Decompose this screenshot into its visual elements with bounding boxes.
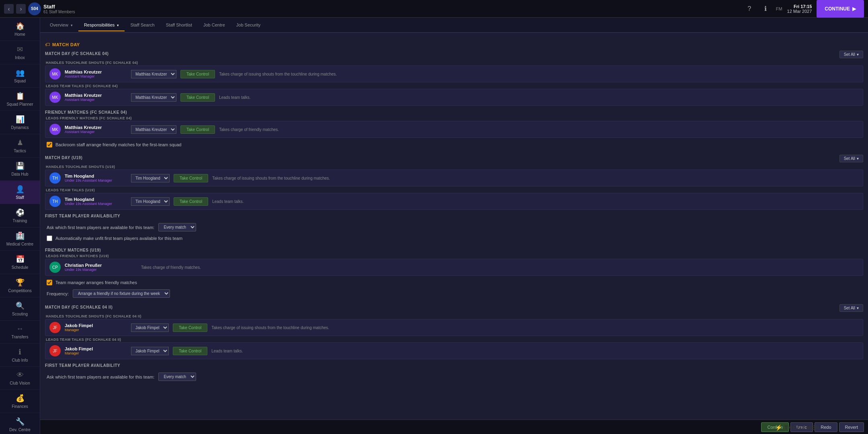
tab-job-centre[interactable]: Job Centre <box>198 19 231 31</box>
take-control-teamtalks-fc[interactable]: Take Control <box>180 93 215 102</box>
teamtalks-dropdown-fc[interactable]: Matthias Kreutzer <box>131 93 176 102</box>
sidebar-item-squad[interactable]: 👥 Squad <box>0 64 40 88</box>
main-layout: 🏠 Home ✉ Inbox 👥 Squad 📋 Squad Planner 📊… <box>0 18 868 434</box>
jakob-avatar-1: JF <box>49 322 61 333</box>
auto-unfit-checkbox[interactable] <box>47 235 52 241</box>
sidebar-label-squad-planner: Squad Planner <box>6 102 33 106</box>
sidebar-item-inbox[interactable]: ✉ Inbox <box>0 41 40 64</box>
touchline-dropdown-u19[interactable]: Tim Hoogland <box>131 174 170 182</box>
jakob-role-1: Manager <box>65 328 129 332</box>
player-avail-fc2-title: FIRST TEAM PLAYER AVAILABILITY <box>45 362 863 369</box>
sidebar-item-competitions[interactable]: 🏆 Competitions <box>0 274 40 297</box>
touchline-shouts-u19-container: HANDLES TOUCHLINE SHOUTS (U19) TH Tim Ho… <box>45 165 863 186</box>
touchline-desc-fc2: Takes charge of issuing shouts from the … <box>211 326 859 330</box>
sidebar-item-scouting[interactable]: 🔍 Scouting <box>0 297 40 321</box>
tab-overview-arrow: ▾ <box>71 23 73 27</box>
content-area: Overview ▾ Responsibilities ▾ Staff Sear… <box>40 18 868 434</box>
tab-overview[interactable]: Overview ▾ <box>44 19 78 31</box>
player-avail-fc2-ask-label: Ask which first team players are availab… <box>47 375 154 379</box>
take-control-teamtalks-fc2[interactable]: Take Control <box>173 347 207 355</box>
confirm-button[interactable]: Confirm <box>761 422 789 432</box>
sidebar-item-dev-centre[interactable]: 🔧 Dev. Centre <box>0 413 40 434</box>
squad-icon: 👥 <box>16 68 25 77</box>
match-day-fc-title: MATCH DAY (FC SCHALKE 04) <box>45 50 108 57</box>
sidebar-label-staff: Staff <box>16 195 24 200</box>
jakob-name-1: Jakob Fimpel <box>65 323 129 328</box>
sidebar-item-squad-planner[interactable]: 📋 Squad Planner <box>0 88 40 111</box>
squad-planner-icon: 📋 <box>16 92 25 100</box>
backroom-label: Backroom staff arrange friendly matches … <box>55 142 181 147</box>
jakob-name-2: Jakob Fimpel <box>65 346 129 351</box>
sidebar-item-club-vision[interactable]: 👁 Club Vision <box>0 367 40 390</box>
team-manager-checkbox[interactable] <box>47 280 52 285</box>
sidebar-item-finances[interactable]: 💰 Finances <box>0 390 40 413</box>
tabs-bar: Overview ▾ Responsibilities ▾ Staff Sear… <box>40 18 868 33</box>
sidebar-item-transfers[interactable]: ↔ Transfers <box>0 321 40 344</box>
teamtalks-dropdown-u19[interactable]: Tim Hoogland <box>131 197 170 206</box>
touchline-dropdown-fc[interactable]: Matthias Kreutzer <box>131 70 176 78</box>
undo-button[interactable]: Undo <box>790 422 813 432</box>
touchline-shouts-fc-row: MK Matthias Kreutzer Assistant Manager M… <box>45 66 863 82</box>
nav-back-button[interactable]: ‹ <box>4 4 14 14</box>
sidebar-item-club-info[interactable]: ℹ Club Info <box>0 344 40 367</box>
revert-button[interactable]: Revert <box>839 422 864 432</box>
tab-staff-shortlist[interactable]: Staff Shortlist <box>160 19 198 31</box>
set-all-fc-button[interactable]: Set All ▾ <box>839 51 863 58</box>
club-badge[interactable]: S04 <box>28 2 41 15</box>
friendly-dropdown-fc[interactable]: Matthias Kreutzer <box>131 125 176 134</box>
nav-forward-button[interactable]: › <box>16 4 26 14</box>
redo-button[interactable]: Redo <box>815 422 837 432</box>
touchline-desc-fc: Takes charge of issuing shouts from the … <box>219 72 859 76</box>
take-control-touchline-fc[interactable]: Take Control <box>180 70 215 78</box>
info-icon[interactable]: ℹ <box>760 3 771 14</box>
tab-responsibilities[interactable]: Responsibilities ▾ <box>78 19 125 31</box>
sidebar-item-home[interactable]: 🏠 Home <box>0 18 40 41</box>
teamtalks-dropdown-fc2[interactable]: Jakob Fimpel <box>131 347 169 355</box>
friendly-fc-title: FRIENDLY MATCHES (FC SCHALKE 04) <box>45 108 127 116</box>
touchline-dropdown-fc2[interactable]: Jakob Fimpel <box>131 323 169 332</box>
date-label: 12 Mar 2027 <box>787 9 812 14</box>
player-avail-dropdown-fc2[interactable]: Every match Never Sometimes <box>158 373 196 381</box>
sidebar-item-training[interactable]: ⚽ Training <box>0 204 40 227</box>
continue-button[interactable]: CONTINUE ▶ <box>817 0 864 18</box>
sidebar-label-club-info: Club Info <box>12 358 28 362</box>
matthias-role-1: Assistant Manager <box>65 74 129 78</box>
help-icon[interactable]: ? <box>744 3 755 14</box>
teamtalks-desc-u19: Leads team talks. <box>212 199 859 204</box>
time-display: Fri 17:15 <box>787 4 812 9</box>
page-title-area: Staff 61 Staff Members <box>43 4 75 14</box>
team-talks-fc-label: LEADS TEAM TALKS (FC SCHALKE 04) <box>45 84 863 88</box>
sidebar-item-schedule[interactable]: 📅 Schedule <box>0 251 40 274</box>
friendly-desc-u19: Takes charge of friendly matches. <box>141 265 859 270</box>
sidebar-item-staff[interactable]: 👤 Staff <box>0 181 40 204</box>
sidebar-label-schedule: Schedule <box>12 265 29 270</box>
tab-staff-search-label: Staff Search <box>130 23 154 27</box>
sidebar-item-dynamics[interactable]: 📊 Dynamics <box>0 111 40 134</box>
date-display: Fri 17:15 12 Mar 2027 <box>787 4 812 14</box>
set-all-u19-button[interactable]: Set All ▾ <box>839 155 863 162</box>
sidebar-item-medical[interactable]: 🏥 Medical Centre <box>0 227 40 251</box>
top-bar: ‹ › S04 Staff 61 Staff Members ? ℹ FM Fr… <box>0 0 868 18</box>
player-avail-u19-title: FIRST TEAM PLAYER AVAILABILITY <box>45 212 863 220</box>
take-control-friendly-fc[interactable]: Take Control <box>180 125 215 134</box>
sidebar-item-tactics[interactable]: ♟ Tactics <box>0 134 40 158</box>
club-info-icon: ℹ <box>18 348 21 356</box>
frequency-dropdown[interactable]: Arrange a friendly if no fixture during … <box>73 289 170 298</box>
sidebar-item-data-hub[interactable]: 💾 Data Hub <box>0 158 40 181</box>
take-control-teamtalks-u19[interactable]: Take Control <box>174 197 208 206</box>
player-avail-dropdown-u19[interactable]: Every match Never Sometimes <box>158 223 196 231</box>
friendly-u19-section: FRIENDLY MATCHES (U19) LEADS FRIENDLY MA… <box>45 248 863 299</box>
teamtalks-desc-fc2: Leads team talks. <box>211 349 859 353</box>
matthias-info-2: Matthias Kreutzer Assistant Manager <box>65 93 129 102</box>
take-control-touchline-fc2[interactable]: Take Control <box>173 323 207 332</box>
set-all-fc2-button[interactable]: Set All ▾ <box>839 304 863 312</box>
backroom-checkbox[interactable] <box>47 142 52 147</box>
page-title: Staff <box>43 4 75 10</box>
tab-staff-search[interactable]: Staff Search <box>125 19 160 31</box>
sidebar-label-transfers: Transfers <box>12 335 29 339</box>
transfers-icon: ↔ <box>16 325 24 333</box>
tab-job-security[interactable]: Job Security <box>231 19 266 31</box>
team-manager-checkbox-row: Team manager arranges friendly matches <box>45 277 863 288</box>
match-day-u19-title: MATCH DAY (U19) <box>45 154 82 162</box>
take-control-touchline-u19[interactable]: Take Control <box>174 174 208 182</box>
